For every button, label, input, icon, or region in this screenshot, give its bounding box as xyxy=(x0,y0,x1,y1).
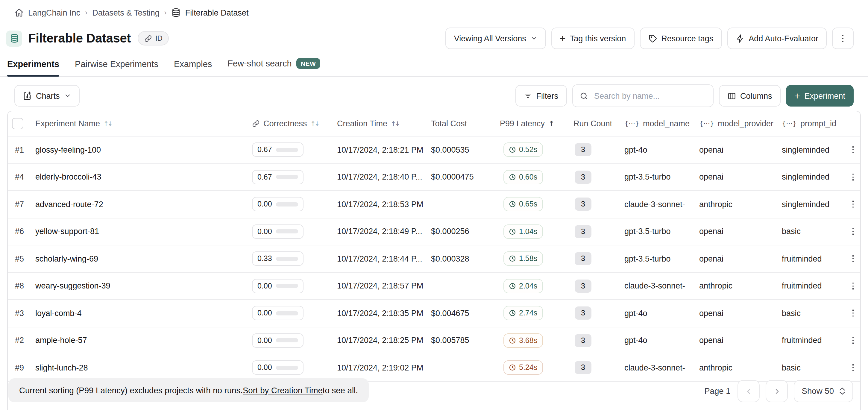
run-count-badge: 3 xyxy=(575,361,591,374)
previous-page-button[interactable] xyxy=(738,380,760,402)
resource-tags-label: Resource tags xyxy=(661,34,713,43)
more-actions-button[interactable] xyxy=(832,28,854,49)
table-row: #7 advanced-route-72 0.00 10/17/2024, 2:… xyxy=(8,191,860,218)
table-body: #1 glossy-feeling-100 0.67 10/17/2024, 2… xyxy=(8,136,860,382)
experiment-name-link[interactable]: ample-hole-57 xyxy=(35,336,252,345)
latency-badge: 0.65s xyxy=(503,197,542,212)
latency-value: 0.60s xyxy=(519,173,537,181)
correctness-value: 0.00 xyxy=(257,336,272,345)
experiment-name-link[interactable]: weary-suggestion-39 xyxy=(35,282,252,291)
chevron-down-icon xyxy=(530,35,537,42)
model-name: claude-3-sonnet- xyxy=(624,200,699,209)
tab-pairwise-experiments[interactable]: Pairwise Experiments xyxy=(75,59,158,76)
notice-text: Current sorting (P99 Latency) excludes p… xyxy=(19,386,243,395)
row-kebab-icon[interactable] xyxy=(845,228,861,235)
tag-version-button[interactable]: + Tag this version xyxy=(551,28,634,49)
sort-by-creation-time-link[interactable]: Sort by Creation Time xyxy=(243,386,323,395)
add-auto-evaluator-label: Add Auto-Evaluator xyxy=(749,34,818,43)
latency-badge: 2.04s xyxy=(503,279,542,293)
table-row: #8 weary-suggestion-39 0.00 10/17/2024, … xyxy=(8,273,860,300)
row-kebab-icon[interactable] xyxy=(845,255,861,262)
latency-badge: 1.04s xyxy=(503,224,542,239)
experiment-name-link[interactable]: advanced-route-72 xyxy=(35,200,252,209)
latency-value: 5.24s xyxy=(519,364,537,372)
plus-icon: + xyxy=(560,33,566,43)
column-label: Correctness xyxy=(264,119,307,128)
page-size-label: Show 50 xyxy=(802,387,834,396)
latency-value: 2.04s xyxy=(519,282,537,290)
column-header-p99-latency[interactable]: P99 Latency ↑ xyxy=(500,119,574,128)
tab-examples[interactable]: Examples xyxy=(174,59,212,76)
filters-button[interactable]: Filters xyxy=(516,85,567,106)
breadcrumb-separator: › xyxy=(85,8,87,17)
table-row: #3 loyal-comb-4 0.00 10/17/2024, 2:18:35… xyxy=(8,300,860,327)
row-actions-cell xyxy=(845,364,861,371)
row-kebab-icon[interactable] xyxy=(845,283,861,289)
correctness-bar-track xyxy=(276,148,299,152)
latency-cell: 2.74s xyxy=(500,306,574,320)
charts-label: Charts xyxy=(36,91,60,100)
column-header-experiment-name[interactable]: Experiment Name ↑↓ xyxy=(35,119,252,128)
tab-label: Examples xyxy=(174,59,212,69)
row-kebab-icon[interactable] xyxy=(845,174,861,181)
experiment-name-link[interactable]: slight-lunch-28 xyxy=(35,363,252,372)
latency-badge: 0.60s xyxy=(503,170,542,184)
experiment-name-link[interactable]: elderly-broccoli-43 xyxy=(35,173,252,182)
row-kebab-icon[interactable] xyxy=(845,310,861,317)
latency-value: 3.68s xyxy=(519,336,537,345)
experiment-name-link[interactable]: yellow-support-81 xyxy=(35,227,252,236)
experiment-name-link[interactable]: scholarly-wing-69 xyxy=(35,254,252,263)
select-all-checkbox[interactable] xyxy=(12,118,23,129)
versions-label: Viewing All Versions xyxy=(454,34,526,43)
breadcrumb-org[interactable]: LangChain Inc xyxy=(14,8,80,18)
tab-few-shot-search[interactable]: Few-shot search NEW xyxy=(227,58,320,76)
prompt-id: singleminded xyxy=(782,200,845,209)
header-actions: Viewing All Versions + Tag this version … xyxy=(446,28,854,49)
row-kebab-icon[interactable] xyxy=(845,337,861,344)
charts-button[interactable]: Charts xyxy=(14,85,80,106)
column-header-correctness[interactable]: Correctness ↑↓ xyxy=(252,119,337,128)
page-size-select[interactable]: Show 50 xyxy=(794,380,853,402)
new-experiment-button[interactable]: + Experiment xyxy=(786,85,854,106)
experiment-name-link[interactable]: glossy-feeling-100 xyxy=(35,146,252,154)
row-kebab-icon[interactable] xyxy=(845,201,861,208)
search-input[interactable] xyxy=(593,91,706,101)
latency-cell: 0.60s xyxy=(500,170,574,184)
total-cost: $0.000256 xyxy=(431,227,500,236)
column-header-creation-time[interactable]: Creation Time ↑↓ xyxy=(337,119,431,128)
columns-button[interactable]: Columns xyxy=(719,85,781,106)
prompt-id: singleminded xyxy=(782,146,845,154)
breadcrumb-current[interactable]: Filterable Dataset xyxy=(172,8,249,18)
model-name: gpt-3.5-turbo xyxy=(624,173,699,182)
correctness-cell: 0.00 xyxy=(252,279,337,293)
experiment-name-link[interactable]: loyal-comb-4 xyxy=(35,309,252,318)
model-name: claude-3-sonnet- xyxy=(624,363,699,372)
column-label: Total Cost xyxy=(431,119,467,128)
column-header-model-name: {⋯} model_name xyxy=(624,119,699,128)
next-page-button[interactable] xyxy=(766,380,788,402)
correctness-value: 0.00 xyxy=(257,364,272,372)
run-count-badge: 3 xyxy=(575,170,591,184)
table-row: #1 glossy-feeling-100 0.67 10/17/2024, 2… xyxy=(8,136,860,164)
breadcrumb-section[interactable]: Datasets & Testing xyxy=(92,8,159,17)
correctness-bar-track xyxy=(276,202,299,207)
resource-tags-button[interactable]: Resource tags xyxy=(640,28,722,49)
row-kebab-icon[interactable] xyxy=(845,364,861,371)
run-count-cell: 3 xyxy=(574,334,624,347)
model-provider: openai xyxy=(699,336,782,345)
page-title: Filterable Dataset xyxy=(28,31,131,45)
correctness-value: 0.00 xyxy=(257,227,272,236)
prompt-id: basic xyxy=(782,363,845,372)
add-auto-evaluator-button[interactable]: Add Auto-Evaluator xyxy=(727,28,827,49)
versions-dropdown[interactable]: Viewing All Versions xyxy=(446,28,546,49)
run-count-badge: 3 xyxy=(575,280,591,293)
run-count-cell: 3 xyxy=(574,225,624,238)
clock-icon xyxy=(509,364,516,371)
copy-id-pill[interactable]: ID xyxy=(138,31,169,45)
latency-badge: 1.58s xyxy=(503,252,542,266)
column-header-total-cost: Total Cost xyxy=(431,119,500,128)
tab-experiments[interactable]: Experiments xyxy=(7,59,59,76)
braces-icon: {⋯} xyxy=(782,120,797,127)
row-kebab-icon[interactable] xyxy=(845,146,861,153)
charts-icon xyxy=(23,91,32,100)
